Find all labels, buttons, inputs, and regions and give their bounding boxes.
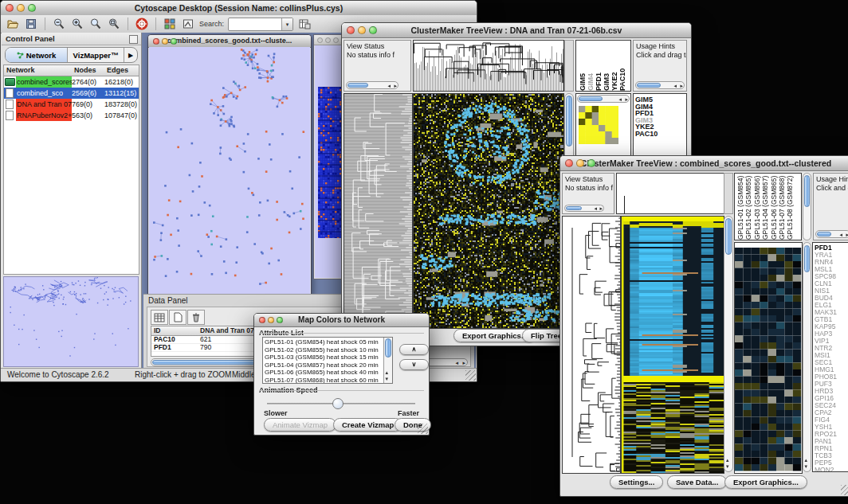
scroll-left-icon[interactable]: ◂ [387,83,391,89]
help-lifering-icon[interactable] [135,17,149,31]
column-label[interactable]: GPL51-02 (GSM855) [744,174,752,240]
resize-grip[interactable] [841,485,848,495]
zoom-button[interactable] [28,4,36,12]
column-label[interactable]: GIM4 [587,41,595,91]
scroll-thumb[interactable] [347,83,368,88]
row-dendrogram-canvas[interactable] [562,216,621,474]
tab-network[interactable]: Network [6,48,68,62]
network-view-titlebar[interactable]: combined_scores_good.txt--cluste... [148,35,311,48]
scroll-thumb[interactable] [579,96,603,101]
zoom-selected-icon[interactable] [88,17,103,31]
minimize-button[interactable] [268,317,274,323]
network-list-row[interactable]: combined_sco2569(6)13112(15) [4,88,139,99]
column-label[interactable]: GPL51-04 (GSM857) [761,174,769,240]
column-label[interactable]: YKE2 [610,41,618,91]
attribute-list-item[interactable]: GPL51-04 (GSM857) heat shock 20 min [263,361,383,369]
col-header-network[interactable]: Network [6,65,74,76]
column-label[interactable]: GIM5 [579,41,587,91]
heatmap-canvas[interactable] [621,216,724,474]
scroll-thumb[interactable] [804,245,810,272]
zoom-button[interactable] [587,159,595,167]
minimize-button[interactable] [576,159,584,167]
save-icon[interactable] [24,17,38,31]
network-list-row[interactable]: RNAPuberNov2+563(0)107847(0) [4,110,139,121]
attribute-list-vscrollbar[interactable]: ▴ ▾ [383,338,392,383]
zoom-hscrollbar[interactable]: ◂ ▸ [577,95,630,103]
zoom-in-icon[interactable] [70,17,84,31]
scroll-left-icon[interactable]: ◂ [839,232,842,238]
column-label[interactable]: GPL51-06 (GSM865) [770,174,778,240]
attribute-list-item[interactable]: GPL51-02 (GSM855) heat shock 10 min [263,346,383,354]
column-label[interactable]: GIM3 [603,41,610,91]
column-label[interactable]: GPL51-03 (GSM856) [753,174,761,240]
close-button[interactable] [347,26,355,34]
scroll-thumb[interactable] [817,232,831,236]
row-label[interactable]: PAC10 [634,131,686,138]
attribute-list-item[interactable]: GPL51-07 (GSM868) heat shock 60 min [263,377,383,385]
close-button[interactable] [6,4,14,12]
close-button[interactable] [565,159,573,167]
scroll-down-icon[interactable]: ▾ [805,463,808,470]
scroll-up-icon[interactable]: ▴ [805,457,808,463]
export-graphics-button[interactable]: Export Graphics... [724,475,807,489]
zoom-button[interactable] [277,317,283,323]
scroll-right-icon[interactable]: ▸ [680,83,683,89]
delete-attribute-trash-icon[interactable] [187,310,205,325]
col-header-id[interactable]: ID [154,326,200,335]
settings-button[interactable]: Settings... [610,475,663,489]
search-dropdown-icon[interactable]: ▾ [281,18,292,30]
scroll-down-icon[interactable]: ▾ [726,463,729,470]
scroll-left-icon[interactable]: ◂ [618,96,622,103]
minimize-button[interactable] [162,38,168,45]
speed-slider-thumb[interactable] [332,398,344,409]
scroll-left-icon[interactable]: ◂ [455,360,458,366]
col-header-nodes[interactable]: Nodes [74,65,107,76]
treeview1-titlebar[interactable]: ClusterMaker TreeView : DNA and Tran 07-… [342,23,691,38]
zoom-fit-icon[interactable] [107,17,121,31]
scroll-thumb[interactable] [637,83,661,88]
heatmap-canvas[interactable] [413,93,564,329]
minimize-button[interactable] [325,37,331,43]
col-header-edges[interactable]: Edges [107,65,139,76]
scroll-thumb[interactable] [566,96,572,147]
resize-grip[interactable] [418,424,428,434]
save-data-button[interactable]: Save Data... [667,475,727,489]
zoom-out-icon[interactable] [52,17,66,31]
column-label[interactable]: GPL51-08 (GSM872) [786,174,794,240]
gene-label[interactable]: MON2 [813,467,848,472]
similarity-matrix-canvas[interactable] [579,106,618,144]
zoom-button[interactable] [369,26,377,34]
attribute-list-item[interactable]: GPL51-01 (GSM854) heat shock 05 min [263,338,383,346]
main-titlebar[interactable]: Cytoscape Desktop (Session Name: collins… [1,1,477,16]
animate-vizmap-button[interactable]: Animate Vizmap [264,418,336,432]
view-status-hscrollbar[interactable]: ◂ ▸ [346,81,398,89]
scroll-thumb[interactable] [385,338,391,357]
column-label[interactable]: PAC10 [618,41,626,91]
close-button[interactable] [259,317,265,323]
vizmapper-icon[interactable] [163,17,177,31]
view-status-hscrollbar[interactable]: ◂ ▸ [564,205,604,212]
scroll-up-icon[interactable]: ▴ [726,457,729,463]
move-down-button[interactable]: ∨ [399,359,429,370]
tab-overflow-arrow[interactable]: ▶ [124,48,137,62]
network-list-row[interactable]: combined_scores2764(0)16218(0) [4,76,139,88]
gene-list-vscrollbar[interactable]: ▴ ▾ [803,242,811,472]
column-labels-vscrollbar[interactable] [803,173,811,240]
resize-grip[interactable] [465,370,476,381]
scroll-right-icon[interactable]: ▸ [394,83,397,89]
scroll-thumb[interactable] [725,218,732,255]
tab-vizmapper[interactable]: VizMapper™ [68,48,124,62]
search-input[interactable] [229,19,281,29]
scroll-thumb[interactable] [566,206,582,210]
attribute-list[interactable]: GPL51-01 (GSM854) heat shock 05 minGPL51… [262,337,393,384]
scroll-right-icon[interactable]: ▸ [462,360,465,366]
import-table-icon[interactable] [297,17,312,31]
close-button[interactable] [317,37,323,43]
usage-hints-hscrollbar[interactable]: ◂ ▸ [635,81,685,89]
minimize-button[interactable] [358,26,366,34]
dialog-titlebar[interactable]: Map Colors to Network [254,314,429,327]
zoom-heatmap-canvas[interactable] [734,242,803,474]
usage-hints-hscrollbar[interactable]: ◂ ▸ [815,230,848,238]
scroll-right-icon[interactable]: ▸ [599,205,603,212]
close-button[interactable] [153,38,159,45]
